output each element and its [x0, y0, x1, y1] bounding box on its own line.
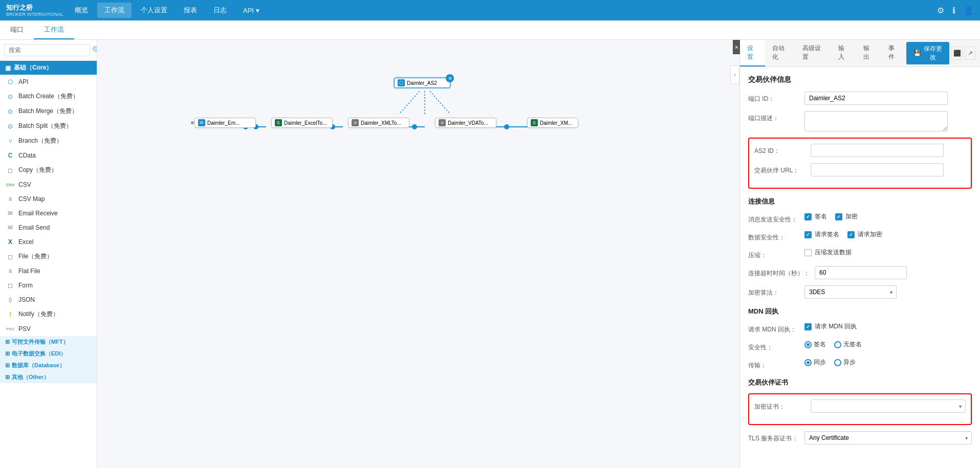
- nav-right-icons: ⚙ ℹ 👤: [937, 6, 974, 15]
- main-layout: 🔍 ▣ 基础（Core） ⬡ API ⊙ Batch Create（免费） ⊙ …: [0, 40, 980, 468]
- node-icon-xml: ≡: [352, 119, 359, 126]
- tls-cert-select[interactable]: Any Certificate: [804, 431, 972, 444]
- save-button[interactable]: 💾 保存更改: [906, 42, 949, 64]
- sidebar-item-batch-create[interactable]: ⊙ Batch Create（免费）: [0, 89, 97, 104]
- sidebar-item-cdata[interactable]: C CData: [0, 148, 97, 163]
- wf-node-xmltransform[interactable]: ≡ Daimler_XMLTo...: [348, 118, 409, 128]
- checkbox-sign[interactable]: 签名: [804, 212, 827, 221]
- rp-tab-event[interactable]: 事件: [881, 40, 906, 66]
- rp-tab-input[interactable]: 输入: [831, 40, 856, 66]
- port-id-input[interactable]: [804, 92, 948, 105]
- sidebar-search-area: 🔍: [0, 40, 97, 61]
- workflow-connections: [97, 40, 739, 468]
- timeout-input[interactable]: [815, 266, 907, 279]
- data-security-label: 数据安全性：: [748, 230, 799, 242]
- checkbox-req-encrypt[interactable]: 请求加密: [847, 230, 882, 239]
- canvas-area[interactable]: ✉ Daimler_Em... X Daimler_ExcelTo... ≡ D…: [97, 40, 739, 468]
- tab-port[interactable]: 端口: [0, 21, 34, 39]
- rp-tab-settings[interactable]: 设置: [740, 40, 765, 66]
- sidebar-item-form[interactable]: ◻ Form: [0, 278, 97, 293]
- checkbox-encrypt[interactable]: 加密: [835, 212, 858, 221]
- sidebar-cat-other[interactable]: ⊞ 其他（Other）: [0, 371, 97, 383]
- radio-no-sign[interactable]: 无签名: [834, 340, 862, 349]
- sidebar-cat-db[interactable]: ⊞ 数据库（Database）: [0, 360, 97, 371]
- sign-checkbox[interactable]: [804, 213, 812, 220]
- help-icon[interactable]: ℹ: [952, 6, 955, 15]
- expand-btn[interactable]: ⬛: [951, 47, 963, 60]
- external-link-btn[interactable]: ↗: [965, 47, 976, 60]
- panel-close-btn[interactable]: ✕: [733, 40, 740, 54]
- sidebar-item-file[interactable]: ◻ File（免费）: [0, 249, 97, 264]
- req-mdn-checkbox[interactable]: [804, 323, 812, 330]
- wf-node-daimler-em[interactable]: ✉ Daimler_Em...: [194, 118, 256, 128]
- nav-log[interactable]: 日志: [206, 3, 234, 18]
- sidebar-item-csv[interactable]: CSV CSV: [0, 177, 97, 192]
- collapse-sidebar-btn[interactable]: ‹: [730, 65, 739, 84]
- encrypt-checkbox[interactable]: [835, 213, 842, 220]
- checkbox-compress[interactable]: 压缩发送数据: [804, 248, 852, 257]
- wf-node-vdatransform[interactable]: ≡ Daimler_VDATo...: [435, 118, 496, 128]
- search-button[interactable]: 🔍: [92, 46, 97, 54]
- sidebar-section-core[interactable]: ▣ 基础（Core）: [0, 61, 97, 75]
- cdata-icon: C: [6, 151, 14, 160]
- branch-icon: ⑂: [6, 137, 14, 145]
- radio-sign[interactable]: 签名: [804, 340, 826, 349]
- checkbox-req-sign[interactable]: 请求签名: [804, 230, 839, 239]
- wf-node-exceltransform[interactable]: X Daimler_ExcelTo...: [271, 118, 333, 128]
- msg-security-label: 消息发送安全性：: [748, 212, 799, 224]
- nav-personal[interactable]: 个人设置: [134, 3, 175, 18]
- nav-reports[interactable]: 报表: [177, 3, 204, 18]
- sidebar-cat-edi[interactable]: ⊞ 电子数据交换（EDI）: [0, 348, 97, 360]
- radio-sync-btn[interactable]: [804, 359, 812, 366]
- nav-overview[interactable]: 概览: [68, 3, 95, 18]
- sidebar-item-json[interactable]: {} JSON: [0, 293, 97, 307]
- rp-tab-automation[interactable]: 自动化: [765, 40, 795, 66]
- nav-api[interactable]: API ▾: [236, 4, 267, 17]
- sidebar-item-batch-split[interactable]: ⊙ Batch Split（免费）: [0, 119, 97, 133]
- req-encrypt-checkbox[interactable]: [847, 231, 855, 238]
- compress-checkbox[interactable]: [804, 249, 812, 256]
- sidebar-item-batch-merge[interactable]: ⊙ Batch Merge（免费）: [0, 104, 97, 119]
- checkbox-req-mdn[interactable]: 请求 MDN 回执: [804, 322, 857, 331]
- sidebar-item-notify[interactable]: ! Notify（免费）: [0, 307, 97, 322]
- sidebar-item-email-send[interactable]: ✉ Email Send: [0, 220, 97, 235]
- section-title-connection: 连接信息: [748, 197, 972, 206]
- sidebar-item-copy[interactable]: ◻ Copy（免费）: [0, 163, 97, 177]
- wf-node-xm[interactable]: X Daimler_XM...: [527, 118, 578, 128]
- as2-id-label: AS2 ID：: [754, 144, 805, 155]
- radio-async[interactable]: 异步: [834, 358, 856, 367]
- encrypt-cert-select[interactable]: [811, 399, 966, 413]
- sidebar-item-csvmap[interactable]: ≡ CSV Map: [0, 192, 97, 206]
- radio-sync[interactable]: 同步: [804, 358, 826, 367]
- rp-tab-output[interactable]: 输出: [856, 40, 881, 66]
- sidebar-item-branch[interactable]: ⑂ Branch（免费）: [0, 133, 97, 148]
- sidebar-item-psv[interactable]: PSV PSV: [0, 322, 97, 336]
- wf-node-as2[interactable]: ⬡ Daimler_AS2 ⚙: [394, 78, 450, 88]
- partner-url-input[interactable]: [811, 163, 944, 176]
- node-gear-btn[interactable]: ⚙: [446, 74, 454, 82]
- sidebar-item-excel[interactable]: X Excel: [0, 235, 97, 249]
- nav-workflow[interactable]: 工作流: [97, 3, 132, 18]
- encrypt-algo-select[interactable]: 3DES AES-128 AES-192 AES-256: [804, 285, 897, 299]
- form-row-as2-id: AS2 ID：: [754, 144, 966, 157]
- batch-merge-icon: ⊙: [6, 107, 14, 116]
- user-icon[interactable]: 👤: [964, 6, 974, 15]
- req-sign-checkbox[interactable]: [804, 231, 812, 238]
- copy-icon: ◻: [6, 166, 14, 174]
- radio-async-btn[interactable]: [834, 359, 841, 366]
- search-input[interactable]: [4, 44, 90, 56]
- sidebar-item-flatfile[interactable]: ≡ Flat File: [0, 264, 97, 278]
- sidebar-cat-mft[interactable]: ⊞ 可控文件传输（MFT）: [0, 336, 97, 348]
- settings-icon[interactable]: ⚙: [937, 6, 944, 15]
- node-icon-em: ✉: [198, 119, 205, 126]
- radio-sign-btn[interactable]: [804, 341, 812, 348]
- json-icon: {}: [6, 296, 14, 304]
- as2-id-input[interactable]: [811, 144, 944, 157]
- sidebar-item-api[interactable]: ⬡ API: [0, 75, 97, 89]
- rp-tab-advanced[interactable]: 高级设置: [795, 40, 831, 66]
- radio-no-sign-btn[interactable]: [834, 341, 841, 348]
- port-desc-input[interactable]: [804, 111, 948, 131]
- node-icon-excel: X: [275, 119, 282, 126]
- tab-workflow[interactable]: 工作流: [34, 21, 74, 39]
- sidebar-item-email-receive[interactable]: ✉ Email Receive: [0, 206, 97, 220]
